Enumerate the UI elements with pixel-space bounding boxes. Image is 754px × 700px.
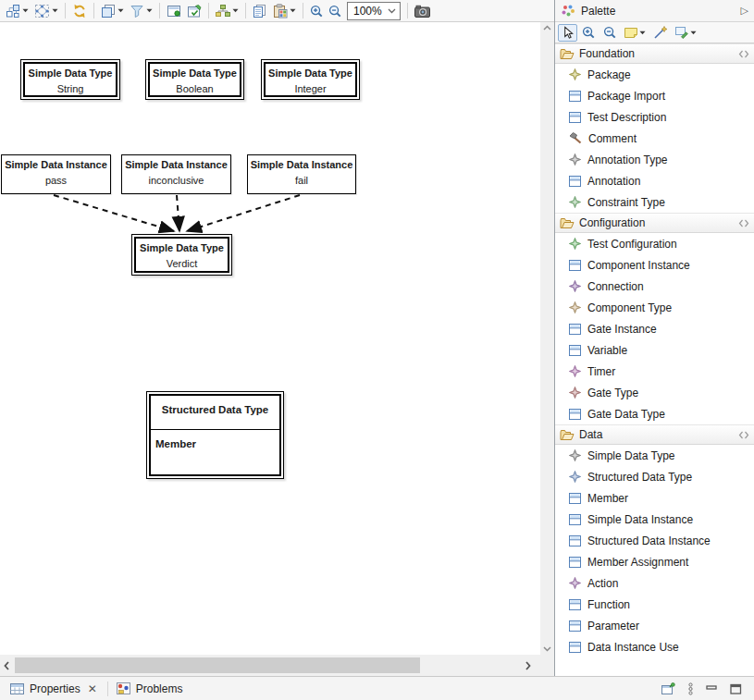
palette-item-member-assignment[interactable]: Member Assignment [555, 551, 754, 572]
tab-problems[interactable]: Problems [110, 677, 190, 700]
zoom-out-tool-button[interactable] [599, 24, 620, 41]
refresh-button[interactable] [69, 2, 90, 20]
palette-group-data[interactable]: Data [555, 424, 754, 445]
arrange-button[interactable] [3, 2, 31, 20]
diamond-icon [569, 154, 581, 166]
scroll-left-icon[interactable] [4, 661, 9, 670]
palette-item-label: Gate Type [587, 387, 638, 399]
horizontal-scrollbar[interactable] [0, 655, 554, 676]
pin-icon[interactable] [738, 219, 749, 227]
diagram-node-integer[interactable]: Simple Data TypeInteger [261, 59, 360, 100]
node-body: Simple Data TypeInteger [264, 62, 357, 97]
zoom-level-combo[interactable]: 100% [347, 2, 401, 20]
palette-item-variable[interactable]: Variable [555, 339, 754, 361]
palette-item-structured-data-instance[interactable]: Structured Data Instance [555, 530, 754, 551]
scrollbar-thumb[interactable] [15, 657, 420, 673]
palette-item-gate-instance[interactable]: Gate Instance [555, 318, 754, 339]
camera-button[interactable] [412, 3, 433, 19]
palette-item-annotation[interactable]: Annotation [555, 170, 754, 191]
zoom-in-tool-button[interactable] [578, 24, 599, 41]
pin-icon[interactable] [738, 431, 749, 439]
minimize-icon[interactable] [706, 683, 718, 694]
diagram-node-verdict[interactable]: Simple Data TypeVerdict [131, 234, 232, 276]
connection-tool-button[interactable] [650, 24, 671, 41]
dropdown-arrow-icon [146, 8, 153, 13]
palette-item-package[interactable]: Package [555, 64, 754, 85]
palette-item-label: Member [587, 492, 628, 505]
node-title: Simple Data Type [140, 242, 224, 253]
diamond-icon [569, 365, 581, 377]
validate-button[interactable] [184, 3, 204, 19]
tab-properties[interactable]: Properties✕ [4, 677, 105, 700]
diagram-node-boolean[interactable]: Simple Data TypeBoolean [145, 59, 244, 100]
diagram-canvas[interactable]: Simple Data TypeStringSimple Data TypeBo… [0, 22, 554, 655]
diagram-node-fail[interactable]: Simple Data Instancefail [247, 154, 356, 194]
close-tab-icon[interactable]: ✕ [86, 682, 99, 695]
show-view-button[interactable] [164, 3, 184, 19]
palette-item-structured-data-type[interactable]: Structured Data Type [555, 466, 754, 487]
palette-header[interactable]: Palette ▷ [555, 0, 754, 22]
dependency-edge[interactable] [177, 195, 179, 231]
restore-pin-icon[interactable] [661, 682, 675, 694]
palette-item-action[interactable]: Action [555, 572, 754, 594]
hierarchy-button[interactable] [213, 2, 241, 19]
note-tool-button[interactable] [621, 26, 649, 40]
palette-item-comment[interactable]: Comment [555, 128, 754, 149]
refresh-icon [72, 4, 87, 18]
scroll-down-icon[interactable] [543, 646, 551, 652]
palette-item-timer[interactable]: Timer [555, 361, 754, 382]
palette-panel: Palette ▷ FoundationPackagePackage Impor… [555, 0, 754, 676]
dependency-edge[interactable] [54, 195, 174, 231]
palette-group-configuration[interactable]: Configuration [555, 213, 754, 233]
dependency-edge[interactable] [187, 195, 300, 231]
palette-item-gate-data-type[interactable]: Gate Data Type [555, 403, 754, 424]
dropdown-arrow-icon [639, 31, 646, 35]
scroll-right-icon[interactable] [525, 661, 531, 670]
zoom-out-button[interactable] [326, 3, 344, 19]
palette-item-member[interactable]: Member [555, 487, 754, 509]
view-tabs: Properties✕Problems [4, 677, 189, 700]
node-title: Simple Data Instance [5, 159, 107, 170]
palette-item-data-instance-use[interactable]: Data Instance Use [555, 636, 754, 657]
palette-item-test-description[interactable]: Test Description [555, 106, 754, 128]
palette-item-connection[interactable]: Connection [555, 276, 754, 297]
palette-item-simple-data-instance[interactable]: Simple Data Instance [555, 509, 754, 530]
diagram-node-pass[interactable]: Simple Data Instancepass [1, 154, 111, 194]
palette-collapse-icon[interactable]: ▷ [741, 5, 748, 17]
member-label: Member [151, 430, 279, 449]
node-name: fail [295, 175, 308, 186]
palette-item-simple-data-type[interactable]: Simple Data Type [555, 445, 754, 466]
vertical-scrollbar[interactable] [540, 22, 554, 655]
palette-item-gate-type[interactable]: Gate Type [555, 382, 754, 403]
palette-item-component-type[interactable]: Component Type [555, 297, 754, 318]
palette-item-component-instance[interactable]: Component Instance [555, 254, 754, 276]
marquee-tool-button[interactable] [672, 24, 700, 41]
palette-item-annotation-type[interactable]: Annotation Type [555, 149, 754, 170]
palette-group-foundation[interactable]: Foundation [555, 43, 754, 64]
tab-label: Problems [136, 682, 183, 695]
paste-format-button[interactable] [270, 2, 299, 20]
palette-item-test-configuration[interactable]: Test Configuration [555, 233, 754, 254]
filter-button[interactable] [127, 2, 155, 20]
view-menu-icon[interactable] [687, 682, 694, 695]
cursor-tool-button[interactable] [558, 24, 577, 42]
layers-button[interactable] [98, 2, 127, 20]
palette-item-function[interactable]: Function [555, 594, 754, 615]
zoom-in-button[interactable] [307, 3, 326, 19]
diagram-node-inconclusive[interactable]: Simple Data Instanceinconclusive [121, 154, 231, 194]
diagram-node-string[interactable]: Simple Data TypeString [20, 59, 120, 100]
align-shapes-button[interactable] [31, 2, 61, 20]
palette-item-label: Component Type [587, 301, 672, 314]
palette-item-constraint-type[interactable]: Constraint Type [555, 191, 754, 213]
pin-icon[interactable] [738, 50, 749, 58]
diamond-icon [569, 449, 581, 461]
maximize-icon[interactable] [730, 683, 742, 694]
window-icon [569, 642, 581, 653]
node-name: String [57, 83, 84, 94]
copy-appearance-button[interactable] [250, 2, 270, 20]
diagram-node-structured-data-type[interactable]: Structured Data TypeMember [146, 391, 284, 479]
scroll-up-icon[interactable] [543, 25, 551, 31]
diamond-icon [569, 68, 581, 80]
palette-item-parameter[interactable]: Parameter [555, 615, 754, 636]
palette-item-package-import[interactable]: Package Import [555, 85, 754, 106]
